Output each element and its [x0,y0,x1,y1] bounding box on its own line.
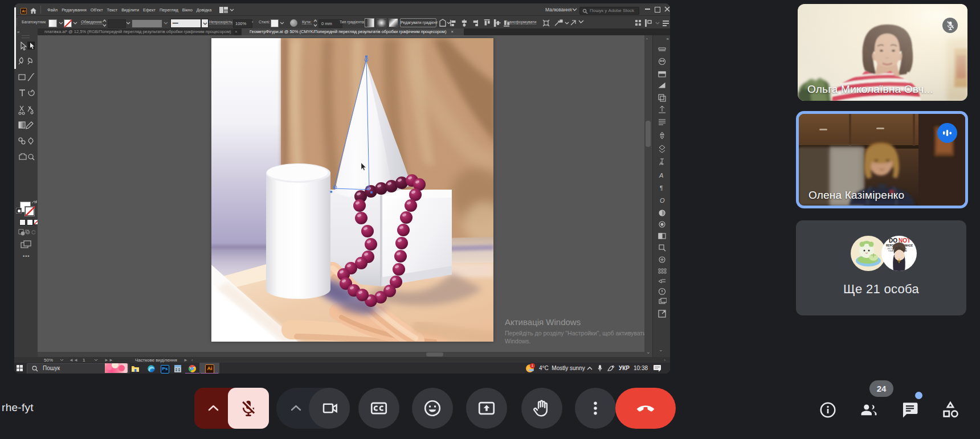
svg-text:A: A [659,161,663,166]
svg-text:¶: ¶ [660,185,663,191]
svg-text:DO: DO [889,237,897,244]
svg-text:O: O [660,197,665,204]
svg-text:A: A [659,172,663,179]
